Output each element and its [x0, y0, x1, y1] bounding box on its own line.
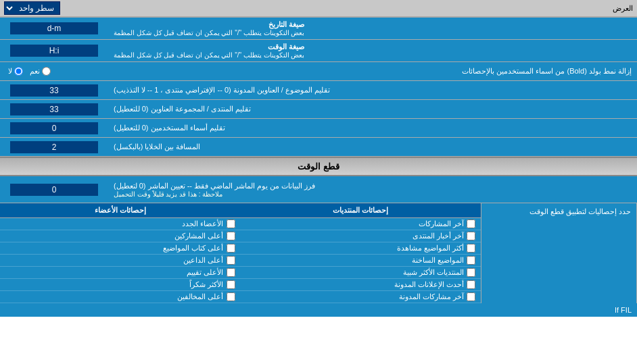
stat-label-member-1: أعلى المشاركين	[174, 232, 223, 240]
stat-check-post-1[interactable]	[467, 232, 475, 240]
page-gap-input[interactable]	[10, 141, 98, 153]
display-mode-select-wrapper: سطر واحد سطران ثلاثة أسطر	[4, 1, 60, 15]
usernames-input-wrapper	[0, 119, 108, 137]
bold-yes-radio[interactable]	[42, 67, 51, 76]
time-format-label: صيغة الوقت بعض التكوينات يتطلب "/" التي …	[108, 40, 637, 61]
if-fil-text: If FIL	[615, 306, 632, 314]
stat-item-member-5: الأكثر شكراً	[0, 279, 241, 291]
stat-item-post-5: أحدث الإعلانات المدونة	[241, 279, 481, 291]
bold-row: إزالة نمط بولد (Bold) من اسماء المستخدمي…	[0, 62, 637, 81]
bold-label: إزالة نمط بولد (Bold) من اسماء المستخدمي…	[59, 64, 637, 78]
time-format-input-wrapper	[0, 40, 108, 61]
stat-check-member-2[interactable]	[227, 244, 235, 253]
forum-topics-label: تقليم المنتدى / المجموعة العناوين (0 للت…	[108, 100, 637, 118]
stat-item-post-1: آخر أخبار المنتدى	[241, 230, 481, 242]
cutoff-section-header: قطع الوقت	[0, 157, 637, 176]
topic-titles-label: تقليم الموضوع / العناوين المدونة (0 -- ا…	[108, 81, 637, 99]
cutoff-label: فرز البيانات من يوم الماشر الماضي فقط --…	[108, 176, 637, 203]
topic-titles-input[interactable]	[10, 84, 98, 97]
stat-label-member-3: أعلى الداعين	[183, 256, 223, 265]
bold-options: نعم لا	[0, 64, 59, 78]
stat-label-post-4: المنتديات الأكثر شبية	[403, 268, 464, 277]
display-mode-select[interactable]: سطر واحد سطران ثلاثة أسطر	[4, 1, 60, 15]
stat-check-member-0[interactable]	[227, 219, 235, 228]
stat-check-post-5[interactable]	[467, 280, 475, 289]
usernames-row: تقليم أسماء المستخدمين (0 للتعطيل)	[0, 119, 637, 138]
stat-check-post-0[interactable]	[467, 219, 475, 228]
forum-topics-row: تقليم المنتدى / المجموعة العناوين (0 للت…	[0, 100, 637, 119]
stat-check-member-4[interactable]	[227, 268, 235, 277]
stats-apply-label: حدد إحصاليات لتطبيق قطع الوقت	[481, 203, 637, 303]
stat-label-post-1: آخر أخبار المنتدى	[412, 232, 464, 240]
usernames-label: تقليم أسماء المستخدمين (0 للتعطيل)	[108, 119, 637, 137]
stat-label-post-0: آخر المشاركات	[419, 219, 464, 228]
usernames-input[interactable]	[10, 122, 98, 134]
post-stats-header: إحصائات المنتديات	[241, 203, 481, 218]
bold-no-radio[interactable]	[14, 67, 23, 76]
stats-section: حدد إحصاليات لتطبيق قطع الوقت إحصائات ال…	[0, 203, 637, 303]
topic-titles-input-wrapper	[0, 81, 108, 99]
stat-item-post-4: المنتديات الأكثر شبية	[241, 267, 481, 279]
bold-yes-label: نعم	[30, 67, 51, 76]
time-format-row: صيغة الوقت بعض التكوينات يتطلب "/" التي …	[0, 40, 637, 62]
stat-label-post-5: أحدث الإعلانات المدونة	[394, 280, 464, 289]
stat-item-member-3: أعلى الداعين	[0, 255, 241, 267]
if-fil-row: If FIL	[0, 303, 637, 317]
stat-item-post-3: المواضيع الساخنة	[241, 255, 481, 267]
stat-item-member-0: الأعضاء الجدد	[0, 218, 241, 230]
cutoff-input-wrapper	[0, 176, 108, 203]
stat-check-post-2[interactable]	[467, 244, 475, 253]
stat-check-member-1[interactable]	[227, 232, 235, 240]
time-format-input[interactable]	[10, 45, 98, 57]
stat-label-post-3: المواضيع الساخنة	[412, 256, 464, 265]
post-stats-col: إحصائات المنتديات آخر المشاركات آخر أخبا…	[241, 203, 482, 303]
stat-item-post-6: آخر مشاركات المدونة	[241, 291, 481, 303]
page-gap-input-wrapper	[0, 138, 108, 156]
main-container: العرض سطر واحد سطران ثلاثة أسطر صيغة الت…	[0, 0, 637, 317]
bold-no-label: لا	[8, 67, 23, 76]
stat-label-member-4: الأعلى تقييم	[187, 268, 223, 277]
date-format-input-wrapper	[0, 18, 108, 39]
stat-label-member-6: أعلى المخالفين	[177, 292, 223, 301]
stat-check-post-6[interactable]	[467, 292, 475, 301]
stat-label-member-2: أعلى كتاب المواضيع	[163, 244, 223, 253]
stat-label-member-0: الأعضاء الجدد	[182, 219, 223, 228]
forum-topics-input[interactable]	[10, 103, 98, 115]
stat-check-post-4[interactable]	[467, 268, 475, 277]
stat-item-post-0: آخر المشاركات	[241, 218, 481, 230]
stat-label-post-6: آخر مشاركات المدونة	[399, 292, 464, 301]
stat-check-member-6[interactable]	[227, 292, 235, 301]
stat-check-member-5[interactable]	[227, 280, 235, 289]
stat-check-post-3[interactable]	[467, 256, 475, 265]
stat-item-member-2: أعلى كتاب المواضيع	[0, 242, 241, 255]
stat-check-member-3[interactable]	[227, 256, 235, 265]
page-title: العرض	[60, 4, 633, 13]
forum-topics-input-wrapper	[0, 100, 108, 118]
stat-item-member-4: الأعلى تقييم	[0, 267, 241, 279]
top-row: العرض سطر واحد سطران ثلاثة أسطر	[0, 0, 637, 18]
member-stats-col: إحصائات الأعضاء الأعضاء الجدد أعلى المشا…	[0, 203, 241, 303]
page-gap-label: المسافة بين الخلايا (بالبكسل)	[108, 138, 637, 156]
member-stats-header: إحصائات الأعضاء	[0, 203, 241, 218]
date-format-label: صيغة التاريخ بعض التكوينات يتطلب "/" الت…	[108, 18, 637, 39]
stat-item-member-6: أعلى المخالفين	[0, 291, 241, 303]
topic-titles-row: تقليم الموضوع / العناوين المدونة (0 -- ا…	[0, 81, 637, 100]
page-gap-row: المسافة بين الخلايا (بالبكسل)	[0, 138, 637, 157]
stat-item-post-2: أكثر المواضيع مشاهدة	[241, 242, 481, 255]
cutoff-row: فرز البيانات من يوم الماشر الماضي فقط --…	[0, 176, 637, 203]
stat-label-post-2: أكثر المواضيع مشاهدة	[397, 244, 464, 253]
date-format-input[interactable]	[10, 22, 98, 34]
stat-item-member-1: أعلى المشاركين	[0, 230, 241, 242]
cutoff-input[interactable]	[10, 184, 98, 196]
stat-label-member-5: الأكثر شكراً	[189, 280, 223, 289]
date-format-row: صيغة التاريخ بعض التكوينات يتطلب "/" الت…	[0, 18, 637, 40]
